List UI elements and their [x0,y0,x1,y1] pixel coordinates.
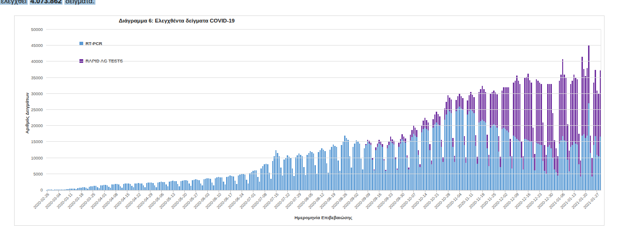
bar-segment-rtpcr [546,174,547,190]
bar-segment-rtpcr [569,171,570,190]
bar-segment-rapid-ag [473,97,474,113]
bar-segment-rtpcr [64,190,65,190]
bar-segment-rapid-ag [554,140,555,169]
bar-segment-rtpcr [233,176,234,190]
bar-segment-rtpcr [326,163,327,190]
bar-segment-rtpcr [562,136,563,190]
bar [600,30,601,190]
bar-segment-rtpcr [511,168,512,191]
bar-segment-rapid-ag [557,156,558,176]
bar-segment-rtpcr [143,185,144,190]
chart-container: Διάγραμμα 6: Ελεγχθέντα δείγματα COVID-1… [14,15,605,226]
bar-segment-rtpcr [131,186,132,190]
bar-segment-rapid-ag [526,77,527,139]
bar-segment-rapid-ag [534,154,535,170]
bar-segment-rtpcr [575,144,576,190]
bar-series [46,30,601,190]
bar-segment-rtpcr [157,183,158,190]
bar-segment-rtpcr [54,190,55,190]
bar-segment-rtpcr [174,181,175,190]
bar-segment-rtpcr [408,169,409,190]
bar-segment-rtpcr [505,129,506,190]
bar-segment-rtpcr [354,144,355,190]
bar-segment-rtpcr [67,189,68,190]
bar-segment-rtpcr [472,111,473,190]
bar-segment-rtpcr [270,179,271,190]
bar-segment-rtpcr [128,183,129,190]
bar-segment-rtpcr [559,144,560,190]
bar-segment-rapid-ag [562,59,563,136]
bar-segment-rapid-ag [429,144,430,150]
bar-segment-rtpcr [102,185,102,190]
bar-segment-rapid-ag [583,69,584,134]
bar-segment-rapid-ag [564,75,565,140]
bar-segment-rtpcr [585,138,586,190]
bar-segment-rapid-ag [485,92,486,122]
bar-segment-rtpcr [423,129,424,190]
bar-segment-rtpcr [198,180,199,190]
bar-segment-rtpcr [303,167,304,190]
bar-segment-rapid-ag [597,91,597,155]
bar-segment-rapid-ag [426,120,427,129]
bar-segment-rtpcr [336,147,337,190]
bar-segment-rtpcr [208,178,209,190]
y-tick-label: 15000 [16,139,43,144]
bar-segment-rapid-ag [405,138,406,143]
bar-segment-rtpcr [523,169,524,190]
bar-segment-rtpcr [162,182,163,190]
bar-segment-rtpcr [480,121,481,190]
bar-segment-rtpcr [184,180,185,190]
bar-segment-rtpcr [231,176,232,190]
bar-segment-rtpcr [215,178,216,190]
bar-segment-rtpcr [148,183,149,190]
bar-segment-rtpcr [477,164,478,190]
bar-segment-rtpcr [424,128,425,190]
bar-segment-rtpcr [508,132,509,190]
bar-segment-rtpcr [121,188,122,190]
bar-segment-rtpcr [347,140,348,190]
bar-segment-rtpcr [192,180,193,190]
bar-segment-rapid-ag [542,122,543,161]
bar-segment-rtpcr [275,150,276,191]
bar-segment-rapid-ag [498,136,499,152]
bar-segment-rtpcr [459,107,460,190]
bar-segment-rtpcr [194,180,195,190]
bar-segment-rtpcr [444,120,445,190]
bar-segment-rtpcr [111,184,112,190]
bar-segment-rtpcr [516,139,517,190]
x-axis-title: Ημερομηνία Επιβεβαιώσης [46,215,601,220]
bar-segment-rtpcr [419,167,420,190]
bar-segment-rtpcr [588,103,589,190]
bar-segment-rtpcr [117,184,118,190]
bar-segment-rapid-ag [577,79,578,145]
bar-segment-rtpcr [461,108,462,190]
bar-segment-rtpcr [496,128,497,190]
bar-segment-rtpcr [136,183,137,190]
bar-segment-rtpcr [251,172,252,190]
bar-segment-rtpcr [372,160,373,190]
bar-segment-rtpcr [80,188,81,190]
bar-segment-rapid-ag [415,128,416,135]
bar-segment-rtpcr [524,139,525,190]
bar-segment-rtpcr [298,153,299,190]
bar-segment-rtpcr [473,113,474,190]
bar-segment-rtpcr [600,137,601,190]
bar-segment-rtpcr [581,136,582,190]
bar-segment-rtpcr [537,144,538,190]
bar-segment-rapid-ag [434,114,435,124]
bar-segment-rtpcr [300,155,301,190]
bar-segment-rtpcr [338,160,338,190]
bar-segment-rtpcr [320,150,321,190]
bar-segment-rtpcr [359,144,360,190]
bar-segment-rtpcr [415,136,416,190]
bar-segment-rtpcr [549,145,550,190]
bar-segment-rapid-ag [387,145,388,148]
bar-segment-rtpcr [110,188,111,190]
bar-segment-rtpcr [220,177,220,190]
bar-segment-rtpcr [398,147,399,190]
bar-segment-rtpcr [94,186,94,190]
bar-segment-rtpcr [161,182,162,190]
bar-segment-rapid-ag [502,91,503,129]
bar-segment-rtpcr [63,190,63,190]
bar-segment-rapid-ag [462,98,463,110]
